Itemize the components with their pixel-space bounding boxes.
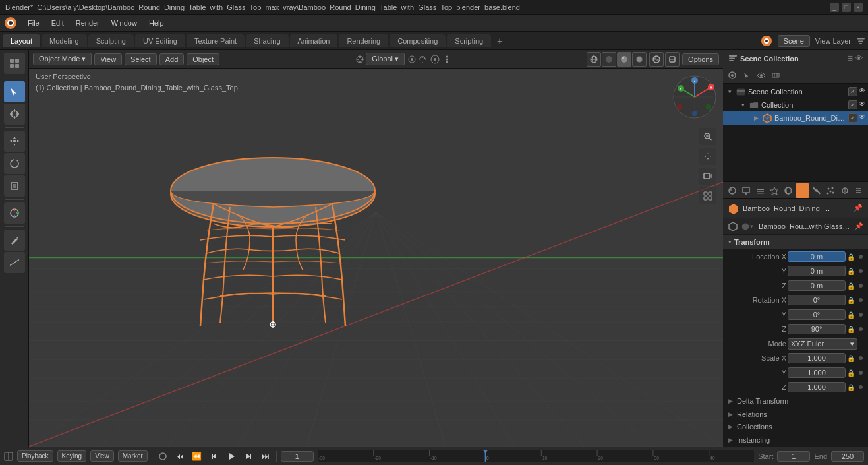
location-x-lock[interactable]: 🔒: [847, 253, 857, 261]
transform-orientation[interactable]: Global ▾: [366, 53, 405, 65]
delta-transform-section[interactable]: ▶ Delta Transform: [723, 395, 868, 408]
outliner-filter-icon[interactable]: ⊞: [847, 54, 853, 63]
view-menu[interactable]: View: [94, 53, 122, 65]
prop-tab-modifiers[interactable]: [810, 183, 823, 198]
relations-section[interactable]: ▶ Relations: [723, 408, 868, 421]
rotation-z-lock[interactable]: 🔒: [847, 326, 857, 333]
mode-dropdown[interactable]: XYZ Euler ▾: [788, 338, 857, 350]
outliner-view-icon[interactable]: [726, 69, 739, 82]
prop-tab-output[interactable]: [739, 183, 753, 198]
measure-tool[interactable]: [4, 252, 25, 273]
outliner-freeze-icon[interactable]: [769, 69, 782, 82]
pin-icon[interactable]: 📌: [854, 204, 863, 212]
move-tool[interactable]: [4, 131, 25, 152]
location-y-dot[interactable]: [859, 269, 863, 273]
proportional-icon[interactable]: [430, 54, 440, 65]
scale-x-dot[interactable]: [859, 356, 863, 360]
camera-view-button[interactable]: [699, 168, 716, 185]
tab-animation[interactable]: Animation: [290, 34, 338, 47]
step-back-button[interactable]: ⏪: [190, 450, 204, 463]
menu-render[interactable]: Render: [71, 18, 105, 28]
menu-help[interactable]: Help: [144, 18, 169, 28]
location-z-dot[interactable]: [859, 284, 863, 288]
material-shading[interactable]: [617, 52, 631, 67]
prop-tab-constraints[interactable]: [852, 183, 865, 198]
scale-z-lock[interactable]: 🔒: [847, 384, 857, 391]
collection-check-2[interactable]: ✓: [848, 100, 857, 109]
tab-compositing[interactable]: Compositing: [390, 34, 446, 47]
location-y-lock[interactable]: 🔒: [847, 268, 857, 275]
scale-x-value[interactable]: 1.000: [788, 353, 846, 363]
viewport[interactable]: Object Mode ▾ View Select Add Object Glo…: [29, 50, 723, 447]
outliner-eye-icon[interactable]: 👁: [855, 54, 863, 63]
rotation-y-dot[interactable]: [859, 313, 863, 317]
rotation-x-lock[interactable]: 🔒: [847, 297, 857, 304]
tab-scripting[interactable]: Scripting: [447, 34, 491, 47]
snap-toggle[interactable]: [418, 55, 427, 64]
tab-layout[interactable]: Layout: [3, 34, 40, 47]
maximize-button[interactable]: □: [842, 3, 851, 12]
jump-end-button[interactable]: ⏭: [259, 450, 272, 463]
location-y-value[interactable]: 0 m: [788, 266, 846, 276]
transform-section-header[interactable]: ▾ Transform: [723, 235, 868, 249]
play-button[interactable]: [225, 450, 238, 463]
solid-shading[interactable]: [602, 52, 616, 67]
add-workspace-button[interactable]: +: [492, 34, 507, 48]
object-data-pin[interactable]: 📌: [855, 222, 863, 230]
add-menu[interactable]: Add: [159, 53, 185, 65]
scale-z-value[interactable]: 1.000: [788, 382, 846, 392]
instancing-section[interactable]: ▶ Instancing: [723, 434, 868, 447]
jump-start-button[interactable]: ⏮: [173, 450, 187, 463]
rotate-tool[interactable]: [4, 153, 25, 174]
zoom-to-fit-button[interactable]: [699, 128, 716, 145]
tab-shading[interactable]: Shading: [246, 34, 288, 47]
collection-eye[interactable]: 👁: [859, 87, 865, 96]
minimize-button[interactable]: _: [830, 3, 839, 12]
filter-icon[interactable]: [856, 36, 865, 46]
keying-menu[interactable]: Keying: [57, 450, 87, 462]
prev-keyframe-button[interactable]: [208, 450, 221, 463]
rotation-x-value[interactable]: 0°: [788, 295, 846, 305]
wireframe-shading[interactable]: [587, 52, 601, 67]
tree-item-bamboo-object[interactable]: ▶ Bamboo_Round_Dini... ✓ 👁: [723, 111, 868, 125]
rotation-y-value[interactable]: 0°: [788, 309, 846, 320]
current-frame-input[interactable]: [281, 451, 314, 462]
scale-x-lock[interactable]: 🔒: [847, 355, 857, 362]
scale-y-lock[interactable]: 🔒: [847, 369, 857, 377]
marker-menu[interactable]: Marker: [118, 450, 148, 462]
tree-item-scene-collection[interactable]: ▾ Scene Collection ✓ 👁: [723, 85, 868, 98]
tree-item-collection[interactable]: ▾ Collection ✓ 👁: [723, 98, 868, 111]
prop-tab-scene[interactable]: [768, 183, 781, 198]
collections-section[interactable]: ▶ Collections: [723, 421, 868, 434]
prop-tab-particles[interactable]: [824, 183, 837, 198]
select-menu[interactable]: Select: [125, 53, 157, 65]
mode-selector-icon[interactable]: [4, 53, 25, 74]
tab-uv-editing[interactable]: UV Editing: [135, 34, 185, 47]
location-x-value[interactable]: 0 m: [788, 251, 846, 262]
cursor-tool[interactable]: [4, 104, 25, 125]
navigation-gizmo[interactable]: Z X Y: [672, 74, 718, 120]
playback-menu[interactable]: Playback: [17, 450, 53, 462]
outliner-hide-icon[interactable]: [755, 69, 768, 82]
collection-check[interactable]: ✓: [848, 87, 857, 96]
prop-tab-physics[interactable]: [838, 183, 851, 198]
tab-rendering[interactable]: Rendering: [339, 34, 388, 47]
overlay-button[interactable]: [649, 52, 664, 67]
outliner-select-icon[interactable]: [740, 69, 753, 82]
record-button[interactable]: [156, 450, 169, 463]
tab-texture-paint[interactable]: Texture Paint: [187, 34, 245, 47]
object-data-dropdown[interactable]: ▾: [741, 222, 755, 231]
window-controls[interactable]: _ □ ×: [830, 3, 863, 12]
transform-tool[interactable]: [4, 202, 25, 224]
timeline-ruler[interactable]: -30 -20 -10 0 10 20 30 40: [318, 450, 754, 462]
scene-selector[interactable]: Scene: [778, 35, 810, 47]
rotation-z-value[interactable]: 90°: [788, 324, 846, 334]
render-shading[interactable]: [632, 52, 647, 67]
prop-tab-object[interactable]: [796, 183, 809, 198]
next-keyframe-button[interactable]: [242, 450, 255, 463]
rotation-z-dot[interactable]: [859, 327, 863, 331]
pan-view-button[interactable]: [699, 148, 716, 165]
location-z-value[interactable]: 0 m: [788, 280, 846, 291]
close-button[interactable]: ×: [854, 3, 863, 12]
location-x-dot[interactable]: [859, 255, 863, 259]
